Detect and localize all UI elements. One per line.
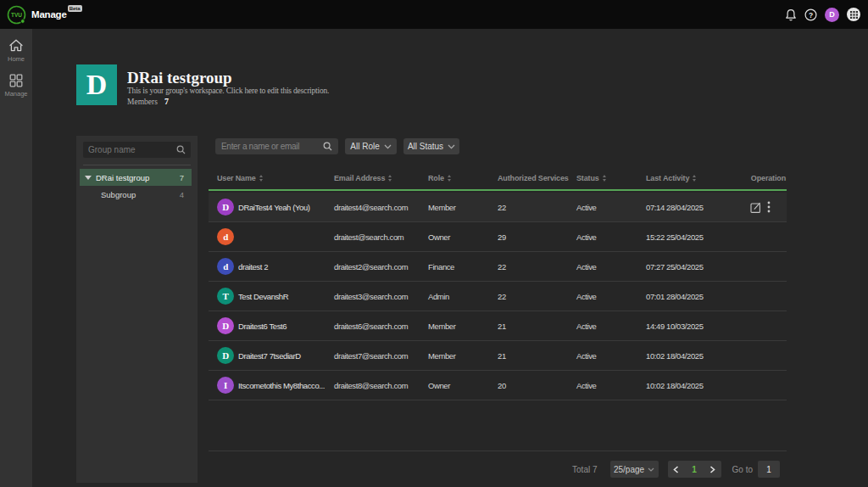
previous-page-button[interactable]	[668, 461, 685, 478]
table-row[interactable]: D Draitest6 Test6 draitest6@search.com M…	[209, 311, 787, 341]
user-avatar[interactable]: D	[825, 8, 839, 22]
beta-badge: Beta	[68, 5, 82, 13]
member-name: Itscometothis My8thacco...	[238, 381, 325, 390]
sidebar-item-manage[interactable]: Manage	[0, 74, 32, 98]
column-header-email[interactable]: Email Address	[326, 167, 420, 189]
sort-icon[interactable]	[259, 175, 263, 182]
member-role: Owner	[420, 222, 489, 251]
more-actions-kebab-icon[interactable]	[767, 201, 771, 213]
member-role: Admin	[420, 282, 489, 311]
role-filter-select[interactable]: All Role	[345, 138, 397, 154]
member-avatar: T	[217, 288, 234, 305]
search-icon	[323, 142, 332, 151]
member-last-activity: 15:22 25/04/2025	[637, 222, 731, 251]
status-filter-select[interactable]: All Status	[403, 138, 459, 154]
member-email: draitest2@search.com	[326, 252, 420, 281]
page-size-value: 25/page	[614, 465, 644, 474]
member-status: Active	[568, 371, 637, 400]
member-authorized-services: 21	[489, 311, 568, 340]
member-avatar: I	[217, 377, 234, 394]
column-header-authorized-services: Authorized Services	[489, 167, 568, 189]
member-role: Owner	[420, 371, 489, 400]
sort-icon[interactable]	[448, 175, 451, 182]
sort-icon[interactable]	[693, 175, 696, 182]
group-panel: DRai testgroup 7 Subgroup 4	[76, 136, 198, 483]
member-authorized-services: 20	[489, 371, 568, 400]
goto-page-input[interactable]	[758, 461, 780, 478]
column-header-role[interactable]: Role	[420, 167, 489, 189]
member-name: DRaiTest4 Yeah (You)	[238, 203, 310, 212]
sidebar-item-label: Manage	[4, 90, 27, 98]
member-last-activity: 10:02 18/04/2025	[637, 341, 731, 370]
table-row[interactable]: T Test DevanshR draitest3@search.com Adm…	[209, 282, 787, 311]
group-avatar: D	[76, 64, 117, 105]
member-search-input[interactable]	[221, 142, 323, 151]
column-header-operation: Operation	[731, 167, 787, 189]
member-email: draitest@search.com	[326, 222, 420, 251]
table-row[interactable]: I Itscometothis My8thacco... draitest8@s…	[209, 371, 787, 400]
table-row[interactable]: D Draitest7 7tsediarD draitest7@search.c…	[209, 341, 787, 371]
member-authorized-services: 22	[489, 193, 568, 221]
group-description[interactable]: This is your group's workspace. Click he…	[127, 87, 329, 95]
sort-icon[interactable]	[603, 175, 606, 182]
help-icon[interactable]: ?	[804, 8, 817, 21]
member-name: Draitest6 Test6	[238, 322, 287, 331]
pager: 1	[668, 461, 721, 478]
group-tree-item[interactable]: Subgroup 4	[80, 186, 192, 203]
chevron-right-icon	[709, 466, 715, 473]
member-email: draitest7@search.com	[326, 341, 420, 370]
member-avatar: D	[217, 199, 234, 216]
member-last-activity: 07:14 28/04/2025	[637, 193, 731, 221]
member-authorized-services: 22	[489, 252, 568, 281]
next-page-button[interactable]	[704, 461, 721, 478]
row-operations	[731, 193, 787, 221]
column-header-status[interactable]: Status	[568, 167, 637, 189]
group-search-box	[83, 142, 191, 158]
page-number-current[interactable]: 1	[685, 465, 704, 474]
group-name: DRai testgroup	[96, 173, 149, 182]
sort-icon[interactable]	[388, 175, 392, 182]
tvu-logo-icon[interactable]: TVU	[5, 3, 28, 26]
app-title: Manage	[31, 9, 67, 20]
edit-icon[interactable]	[750, 202, 761, 213]
member-search-box	[215, 138, 338, 154]
members-label: Members	[127, 98, 158, 106]
sidebar-item-label: Home	[8, 55, 25, 63]
group-member-count: 7	[180, 173, 184, 182]
member-status: Active	[568, 193, 637, 221]
chevron-down-icon	[384, 144, 392, 149]
member-status: Active	[568, 282, 637, 311]
status-filter-value: All Status	[408, 142, 443, 151]
member-last-activity: 07:01 28/04/2025	[637, 282, 731, 311]
group-tree-item[interactable]: DRai testgroup 7	[80, 169, 192, 186]
apps-grid-icon[interactable]	[847, 8, 860, 21]
page-size-select[interactable]: 25/page	[610, 461, 659, 478]
member-email: draitest3@search.com	[326, 282, 420, 311]
table-row[interactable]: D DRaiTest4 Yeah (You) draitest4@search.…	[209, 193, 787, 222]
column-header-last-activity[interactable]: Last Activity	[637, 167, 731, 189]
member-avatar: d	[217, 258, 234, 275]
member-authorized-services: 29	[489, 222, 568, 251]
chevron-left-icon	[673, 466, 679, 473]
notifications-bell-icon[interactable]	[785, 8, 797, 21]
search-icon	[176, 145, 186, 154]
caret-down-icon[interactable]	[85, 176, 92, 180]
member-authorized-services: 21	[489, 341, 568, 370]
group-name: Subgroup	[101, 190, 136, 199]
svg-text:TVU: TVU	[11, 12, 22, 18]
table-row[interactable]: d draitest 2 draitest2@search.com Financ…	[209, 252, 787, 282]
table-row[interactable]: d draitest@search.com Owner 29 Active 15…	[209, 222, 787, 252]
member-status: Active	[568, 341, 637, 370]
group-search-input[interactable]	[88, 145, 176, 154]
table-body: D DRaiTest4 Yeah (You) draitest4@search.…	[209, 193, 787, 400]
header-accent-line	[209, 189, 787, 191]
member-role: Member	[420, 193, 489, 221]
chevron-down-icon	[448, 144, 455, 149]
member-authorized-services: 22	[489, 282, 568, 311]
member-avatar: D	[217, 317, 234, 334]
total-count: Total 7	[572, 465, 597, 474]
member-avatar: d	[217, 228, 234, 245]
sidebar-item-home[interactable]: Home	[0, 38, 32, 63]
column-header-user-name[interactable]: User Name	[209, 167, 326, 189]
home-icon	[8, 38, 24, 53]
